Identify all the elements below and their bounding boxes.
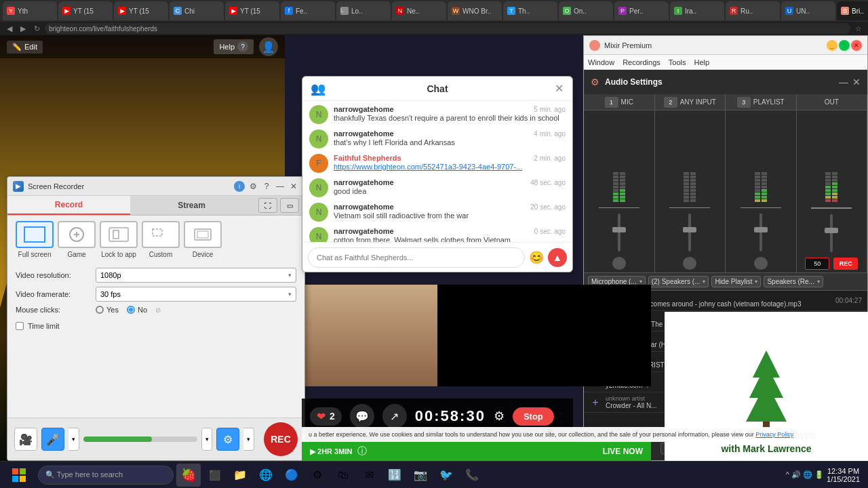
privacy-link[interactable]: Privacy Policy (755, 431, 793, 438)
time-limit-checkbox[interactable] (16, 322, 24, 330)
tab-ne[interactable]: NNe.. (392, 1, 446, 20)
channel-3-knob[interactable] (754, 257, 768, 270)
fader-knob-out[interactable] (825, 228, 838, 233)
fader-track-3[interactable] (760, 214, 762, 251)
stop-button[interactable]: Stop (513, 407, 554, 426)
taskbar-calc[interactable]: 🔢 (382, 464, 407, 487)
taskbar-cortana[interactable]: ⬛ (202, 464, 226, 487)
tab-un[interactable]: UUN.. (781, 1, 835, 20)
mouse-yes-radio[interactable]: Yes (96, 306, 119, 314)
chat-emoji-button[interactable]: 😊 (529, 250, 544, 265)
tab-yt1[interactable]: ▶YT (15 (58, 1, 113, 20)
tab-ira[interactable]: IIra.. (670, 1, 724, 20)
tab-wno-br[interactable]: WWNO Br.. (448, 1, 502, 20)
video-framerate-select[interactable]: 30 fps ▾ (96, 287, 296, 302)
maximize-button[interactable]: □ (839, 40, 850, 51)
sr-close-button[interactable]: ✕ (288, 181, 299, 192)
fader-track-2[interactable] (688, 214, 691, 251)
taskbar-store[interactable]: 🛍 (331, 464, 355, 487)
tab-yt2[interactable]: ▶YT (15 (114, 1, 168, 20)
tab-ru[interactable]: RRu.. (726, 1, 780, 20)
webcam-button[interactable]: 🎥 (14, 428, 37, 451)
tab-chi[interactable]: CChi (170, 1, 224, 20)
tab-per[interactable]: PPer.. (614, 1, 669, 20)
taskbar-explorer[interactable]: 📁 (228, 464, 252, 487)
sr-tab-record[interactable]: Record (7, 196, 130, 215)
sr-rec-button[interactable]: REC (264, 422, 298, 456)
menu-window[interactable]: Window (588, 58, 614, 66)
sr-minimize-button[interactable]: — (275, 181, 285, 192)
fader-knob-3[interactable] (754, 227, 768, 232)
audio-minimize-btn[interactable]: — (839, 77, 848, 87)
tab-th[interactable]: TTh.. (503, 1, 557, 20)
live-info-icon[interactable]: ⓘ (357, 445, 367, 458)
fader-knob-1[interactable] (612, 227, 626, 232)
chat-send-button[interactable]: ▲ (548, 248, 567, 267)
fader-track-out[interactable] (830, 214, 833, 252)
chat-link-3[interactable]: https://www.brighteon.com/552471a3-9423-… (334, 163, 522, 171)
capture-game[interactable]: Game (58, 221, 96, 258)
capture-device[interactable]: Device (184, 221, 222, 258)
sr-tab-stream[interactable]: Stream (130, 196, 253, 215)
tab-lo[interactable]: LLo.. (336, 1, 391, 20)
taskbar-settings[interactable]: ⚙ (305, 464, 330, 487)
tab-yt3[interactable]: ▶YT (15 (225, 1, 279, 20)
start-button[interactable] (3, 462, 35, 489)
tab-fe[interactable]: fFe.. (281, 1, 335, 20)
refresh-btn[interactable]: ↻ (31, 23, 42, 34)
settings-chevron-button[interactable]: ▾ (243, 428, 254, 451)
taskbar-camera[interactable]: 📷 (408, 464, 433, 487)
taskbar-twitter[interactable]: 🐦 (434, 464, 458, 487)
microphone-button[interactable]: 🎤 (41, 428, 64, 451)
taskbar-app-1[interactable]: 🍓 (176, 464, 201, 487)
sr-help-button[interactable]: ? (261, 181, 272, 192)
taskbar-edge[interactable]: 🔵 (279, 464, 304, 487)
mouse-no-radio[interactable]: No (127, 306, 147, 314)
taskbar-mail[interactable]: ✉ (357, 464, 381, 487)
rec-button[interactable]: REC (833, 258, 858, 270)
chat-stream-button[interactable]: 💬 (350, 404, 374, 428)
menu-recordings[interactable]: Recordings (623, 58, 660, 66)
address-bar[interactable]: brighteon.com/live/faithfulshepherds (45, 23, 850, 34)
help-button[interactable]: Help ? (214, 39, 254, 54)
vol-chevron-button[interactable]: ▾ (201, 428, 212, 451)
audio-close-btn[interactable]: ✕ (852, 77, 861, 87)
capture-lock-to-app[interactable]: Lock to app (100, 221, 138, 258)
out-selector[interactable]: Speakers (Re... ▾ (764, 276, 823, 287)
taskbar-skype[interactable]: 📞 (460, 464, 484, 487)
sr-info-icon[interactable]: i (234, 181, 245, 192)
tab-bri[interactable]: BBri..✕ (837, 1, 868, 20)
capture-custom[interactable]: Custom (142, 221, 180, 258)
share-stream-button[interactable]: ↗ (382, 404, 407, 428)
minimize-button[interactable]: _ (827, 40, 837, 51)
fader-track-1[interactable] (618, 214, 620, 251)
person-icon[interactable]: 👤 (259, 37, 278, 56)
chat-close-button[interactable]: ✕ (552, 82, 566, 96)
capture-fullscreen[interactable]: Full screen (16, 221, 54, 258)
sr-fullscreen-icon[interactable]: ⛶ (258, 198, 277, 213)
tab-yth[interactable]: YYth (3, 1, 57, 20)
sr-window-icon[interactable]: ▭ (280, 198, 299, 213)
channel-1-knob[interactable] (612, 257, 626, 270)
close-button[interactable]: ✕ (851, 40, 862, 51)
mixer-icon[interactable]: ⚙ (494, 409, 505, 424)
taskbar-chrome[interactable]: 🌐 (254, 464, 278, 487)
edit-button[interactable]: ✏️ Edit (7, 41, 43, 54)
forward-btn[interactable]: ▶ (18, 23, 28, 34)
playlist-add-btn-6[interactable]: + (589, 396, 601, 409)
search-bar[interactable]: 🔍 Type here to search (38, 466, 174, 485)
tab-on[interactable]: OOn.. (559, 1, 613, 20)
speakers-selector[interactable]: (2) Speakers (... ▾ (648, 276, 709, 287)
bookmark-btn[interactable]: ☆ (853, 23, 864, 34)
settings-button[interactable]: ⚙ (216, 428, 239, 451)
playlist-selector[interactable]: Hide Playlist ▾ (711, 276, 761, 287)
video-resolution-select[interactable]: 1080p ▾ (96, 268, 296, 283)
menu-tools[interactable]: Tools (669, 58, 686, 66)
channel-2-knob[interactable] (683, 257, 696, 270)
mic-chevron-button[interactable]: ▾ (68, 428, 79, 451)
chat-input[interactable] (308, 247, 525, 268)
fader-knob-2[interactable] (683, 227, 696, 232)
menu-help[interactable]: Help (694, 58, 709, 66)
sr-settings-button[interactable]: ⚙ (248, 181, 258, 192)
back-btn[interactable]: ◀ (4, 23, 15, 34)
